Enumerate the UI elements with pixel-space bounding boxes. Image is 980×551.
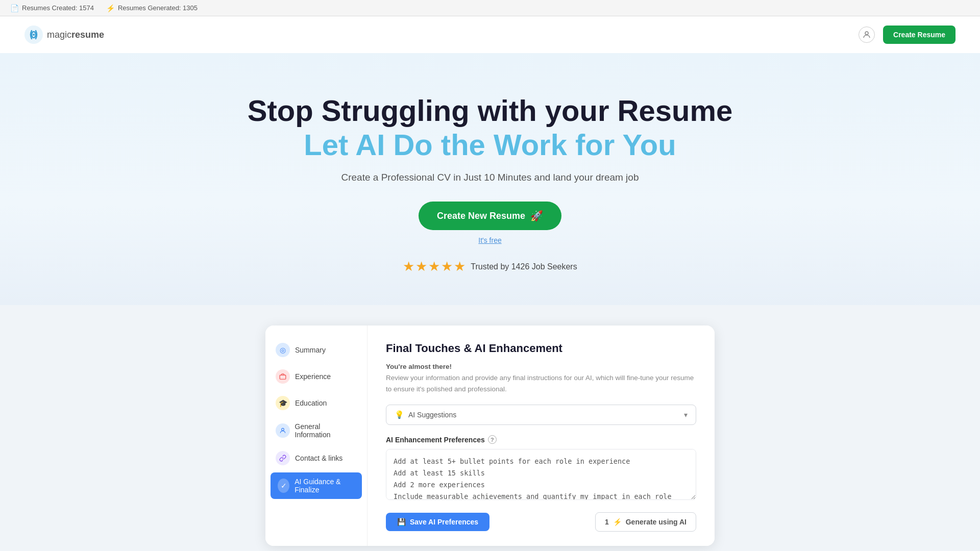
bolt-icon: ⚡ [106, 4, 115, 12]
resumes-generated: ⚡ Resumes Generated: 1305 [106, 4, 198, 12]
logo-text: magicresume [47, 30, 104, 40]
resume-builder-card: ◎ Summary Experience 🎓 Education [265, 325, 715, 546]
card-section: ◎ Summary Experience 🎓 Education [0, 305, 980, 551]
sidebar-item-education[interactable]: 🎓 Education [265, 391, 367, 415]
create-new-resume-label: Create New Resume [437, 211, 525, 221]
sidebar-item-experience[interactable]: Experience [265, 364, 367, 389]
star-rating: ★★★★★ [403, 259, 467, 274]
card-main: Final Touches & AI Enhancement You're al… [368, 325, 715, 546]
card-description: You're almost there! Review your informa… [386, 361, 696, 394]
preferences-textarea[interactable]: Add at least 5+ bullet points for each r… [386, 449, 696, 500]
contact-icon [276, 451, 290, 465]
chevron-down-icon: ▾ [684, 411, 688, 419]
experience-icon [276, 369, 290, 384]
ai-suggestions-left: 💡 AI Suggestions [395, 410, 456, 419]
card-sidebar: ◎ Summary Experience 🎓 Education [265, 325, 368, 546]
create-new-resume-button[interactable]: Create New Resume 🚀 [419, 202, 561, 230]
education-icon: 🎓 [276, 396, 290, 410]
ai-suggestions-label: AI Suggestions [408, 411, 456, 419]
hero-title-line1: Stop Struggling with your Resume [0, 94, 980, 128]
doc-icon: 📄 [10, 4, 19, 12]
sidebar-label-experience: Experience [295, 372, 331, 381]
its-free-link[interactable]: It's free [0, 236, 980, 244]
navbar: magicresume Create Resume [0, 16, 980, 53]
general-icon [276, 423, 290, 438]
sidebar-item-contact[interactable]: Contact & links [265, 446, 367, 470]
rocket-icon: 🚀 [530, 210, 543, 222]
save-ai-preferences-button[interactable]: 💾 Save AI Preferences [386, 513, 489, 531]
save-label: Save AI Preferences [410, 518, 478, 526]
create-resume-button[interactable]: Create Resume [883, 26, 955, 44]
svg-rect-4 [280, 375, 286, 379]
nav-right: Create Resume [859, 26, 955, 44]
logo[interactable]: magicresume [24, 26, 104, 44]
sidebar-label-contact: Contact & links [295, 454, 342, 462]
resumes-created: 📄 Resumes Created: 1574 [10, 4, 94, 12]
hero-section: Stop Struggling with your Resume Let AI … [0, 53, 980, 305]
sidebar-label-ai: AI Guidance & Finalize [295, 478, 355, 494]
save-icon: 💾 [397, 518, 406, 526]
svg-point-5 [281, 429, 284, 431]
card-title: Final Touches & AI Enhancement [386, 342, 696, 355]
sidebar-label-education: Education [295, 399, 327, 407]
logo-icon [24, 26, 43, 44]
sidebar-item-ai[interactable]: ✓ AI Guidance & Finalize [271, 472, 362, 499]
svg-point-2 [33, 34, 35, 36]
card-footer: 💾 Save AI Preferences 1 ⚡ Generate using… [386, 512, 696, 532]
summary-icon: ◎ [276, 343, 290, 357]
trust-section: ★★★★★ Trusted by 1426 Job Seekers [0, 259, 980, 274]
sidebar-label-summary: Summary [295, 346, 326, 354]
preferences-label: AI Enhancement Preferences ? [386, 435, 696, 444]
ai-icon: ✓ [278, 479, 289, 493]
trust-text: Trusted by 1426 Job Seekers [471, 262, 577, 271]
sidebar-label-general: General Information [295, 422, 357, 439]
generate-label: Generate using AI [626, 518, 687, 526]
user-icon[interactable] [859, 27, 875, 43]
topbar: 📄 Resumes Created: 1574 ⚡ Resumes Genera… [0, 0, 980, 16]
generate-ai-button[interactable]: 1 ⚡ Generate using AI [595, 512, 696, 532]
svg-point-3 [865, 32, 868, 35]
ai-suggestions-dropdown[interactable]: 💡 AI Suggestions ▾ [386, 405, 696, 425]
hero-subtitle: Create a Professional CV in Just 10 Minu… [0, 172, 980, 183]
hero-title-line2: Let AI Do the Work for You [0, 128, 980, 162]
sidebar-item-general[interactable]: General Information [265, 417, 367, 444]
help-icon[interactable]: ? [488, 435, 497, 444]
resumes-created-label: Resumes Created: 1574 [22, 4, 94, 12]
sidebar-item-summary[interactable]: ◎ Summary [265, 338, 367, 362]
generate-bolt-icon: ⚡ [613, 518, 622, 526]
bulb-icon: 💡 [395, 410, 404, 419]
resumes-generated-label: Resumes Generated: 1305 [118, 4, 198, 12]
